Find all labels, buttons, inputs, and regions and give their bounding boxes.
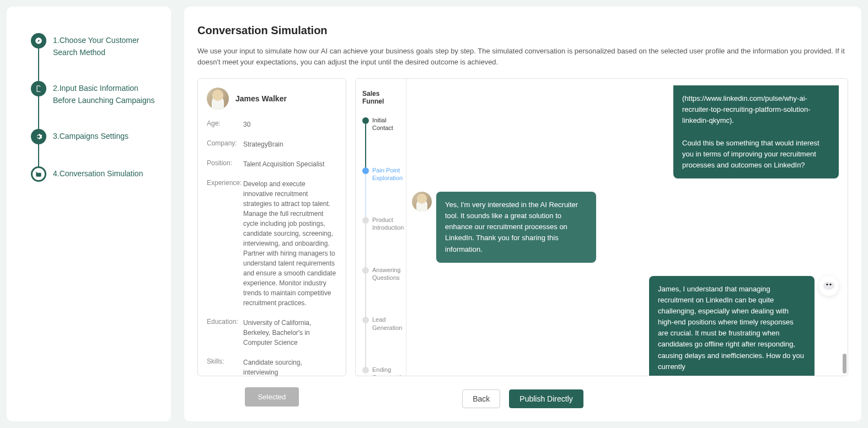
funnel-step-initial-contact[interactable]: Initial Contact (362, 116, 401, 166)
field-company: Company: StrategyBrain (207, 139, 337, 149)
wizard-step-label: 3.Campaigns Settings (53, 129, 128, 142)
sales-funnel: Sales Funnel Initial Contact Pain Point … (356, 79, 406, 376)
funnel-dot-icon (362, 217, 369, 224)
wizard-step-1[interactable]: 1.Choose Your Customer Search Method (31, 33, 160, 81)
wizard-step-label: 2.Input Basic Information Before Launchi… (53, 81, 160, 107)
funnel-title: Sales Funnel (362, 90, 401, 105)
funnel-dot-icon (362, 117, 369, 124)
avatar (412, 192, 432, 212)
field-position: Position: Talent Acquisition Specialist (207, 159, 337, 169)
chat-bubble: James, I understand that managing recrui… (649, 276, 815, 376)
chat-bubble: Yes, I'm very interested in the AI Recru… (436, 192, 596, 263)
chat-message-bot: James, I understand that managing recrui… (412, 276, 839, 376)
main-panel: Conversation Simulation We use your inpu… (184, 7, 861, 421)
funnel-step-ending[interactable]: Ending Conversation (362, 366, 401, 376)
wizard-step-label: 1.Choose Your Customer Search Method (53, 33, 160, 59)
wizard-step-4[interactable]: 4.Conversation Simulation (31, 166, 160, 182)
gear-icon (31, 129, 46, 144)
funnel-dot-icon (362, 267, 369, 274)
funnel-dot-icon (362, 367, 369, 373)
avatar (207, 88, 229, 110)
wizard-step-label: 4.Conversation Simulation (53, 166, 143, 180)
footer-actions: Back Publish Directly (197, 376, 848, 408)
scrollbar[interactable] (842, 79, 846, 376)
profile-header: James Walker (207, 88, 337, 110)
funnel-step-lead-gen[interactable]: Lead Generation (362, 316, 401, 366)
profile-fields: Age: 30 Company: StrategyBrain Position:… (207, 120, 337, 387)
wizard-step-2[interactable]: 2.Input Basic Information Before Launchi… (31, 81, 160, 129)
profile-name: James Walker (235, 94, 287, 103)
compass-icon (31, 33, 46, 48)
field-age: Age: 30 (207, 120, 337, 129)
scrollbar-thumb[interactable] (843, 354, 846, 373)
field-experience: Experience: Develop and execute innovati… (207, 179, 337, 308)
chat-message-bot: (https://www.linkedin.com/pulse/why-ai-r… (412, 85, 839, 178)
field-education: Education: University of California, Ber… (207, 318, 337, 348)
profile-card: James Walker Age: 30 Company: StrategyBr… (197, 78, 346, 376)
bot-avatar-icon (819, 276, 839, 296)
document-icon (31, 81, 46, 96)
page-description: We use your input to simulate how our AI… (197, 46, 848, 67)
funnel-step-pain-point[interactable]: Pain Point Exploration (362, 166, 401, 216)
conversation-icon (31, 166, 46, 182)
chat-message-user: Yes, I'm very interested in the AI Recru… (412, 192, 839, 263)
back-button[interactable]: Back (462, 389, 500, 408)
funnel-step-answering[interactable]: Answering Questions (362, 266, 401, 316)
funnel-step-product-intro[interactable]: Product Introduction (362, 216, 401, 266)
chat-bubble: (https://www.linkedin.com/pulse/why-ai-r… (673, 85, 839, 178)
wizard-steps: 1.Choose Your Customer Search Method 2.I… (31, 33, 160, 182)
content-panels: James Walker Age: 30 Company: StrategyBr… (197, 78, 848, 376)
funnel-steps: Initial Contact Pain Point Exploration P… (362, 116, 401, 376)
chat-messages[interactable]: (https://www.linkedin.com/pulse/why-ai-r… (406, 79, 848, 376)
wizard-sidebar: 1.Choose Your Customer Search Method 2.I… (7, 7, 171, 421)
funnel-dot-icon (362, 167, 369, 174)
publish-button[interactable]: Publish Directly (509, 389, 583, 408)
conversation-panel: Sales Funnel Initial Contact Pain Point … (355, 78, 848, 376)
page-title: Conversation Simulation (197, 24, 848, 37)
funnel-dot-icon (362, 317, 369, 323)
field-skills: Skills: Candidate sourcing, interviewing (207, 357, 337, 377)
wizard-step-3[interactable]: 3.Campaigns Settings (31, 129, 160, 166)
